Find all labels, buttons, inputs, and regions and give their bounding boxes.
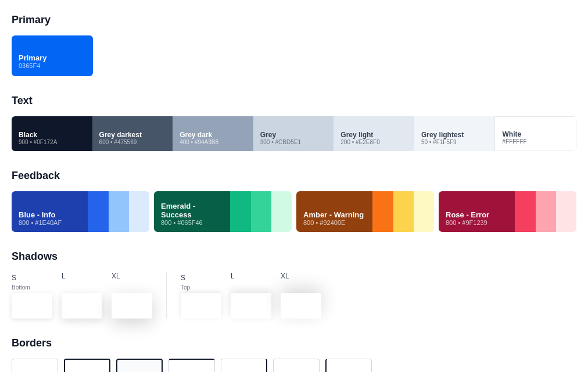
feedback-group-blue: Blue - Info 800 • #1E40AF bbox=[12, 191, 149, 232]
feedback-emerald-shade2[interactable] bbox=[251, 191, 271, 232]
border-item-right: Right bbox=[221, 359, 267, 372]
text-swatch-black[interactable]: Black 900 • #0F172A bbox=[12, 116, 92, 151]
text-swatch-white-sub: #FFFFFF bbox=[502, 138, 569, 145]
feedback-amber-shade3[interactable] bbox=[414, 191, 434, 232]
shadow-bottom-s: S Bottom bbox=[12, 274, 52, 319]
text-swatch-black-name: Black bbox=[19, 131, 85, 139]
shadow-box-xl-top bbox=[281, 293, 321, 319]
shadow-xl-label: XL bbox=[112, 272, 120, 280]
border-box-right[interactable] bbox=[221, 359, 267, 372]
feedback-rose-shade1[interactable] bbox=[515, 191, 535, 232]
feedback-amber-shade1[interactable] bbox=[372, 191, 393, 232]
feedback-emerald-sub: 800 • #065F46 bbox=[161, 219, 223, 226]
feedback-groups-row: Blue - Info 800 • #1E40AF Emerald - Succ… bbox=[12, 191, 576, 232]
feedback-section: Feedback Blue - Info 800 • #1E40AF Emera… bbox=[12, 170, 576, 232]
border-item-top: Top bbox=[168, 359, 215, 372]
shadow-top-xl-label: XL bbox=[281, 272, 289, 280]
text-swatch-white-name: White bbox=[502, 130, 569, 138]
text-swatch-black-sub: 900 • #0F172A bbox=[19, 139, 85, 145]
primary-title: Primary bbox=[12, 14, 576, 26]
shadow-bottom-xl: XL bbox=[112, 272, 152, 319]
border-item-active: Active bbox=[64, 359, 110, 372]
text-swatch-grey-lightest[interactable]: Grey lightest 50 • #F1F5F9 bbox=[414, 116, 495, 151]
shadow-divider bbox=[166, 272, 167, 319]
shadow-s-label: S bbox=[12, 274, 16, 282]
shadows-section: Shadows S Bottom L XL S Top L bbox=[12, 251, 576, 319]
shadow-bottom-label: Bottom bbox=[12, 284, 30, 291]
shadow-top-l-label: L bbox=[231, 272, 235, 280]
text-swatch-white[interactable]: White #FFFFFF bbox=[494, 116, 576, 151]
text-title: Text bbox=[12, 95, 576, 107]
text-swatch-grey-darkest[interactable]: Grey darkest 600 • #475569 bbox=[92, 116, 173, 151]
border-box-filled[interactable] bbox=[116, 359, 163, 372]
border-box-bottom[interactable] bbox=[273, 359, 320, 372]
feedback-group-amber: Amber - Warning 800 • #92400E bbox=[296, 191, 434, 232]
primary-swatch-hex: 0365F4 bbox=[19, 62, 86, 69]
feedback-amber-name: Amber - Warning bbox=[303, 210, 365, 219]
feedback-group-emerald: Emerald - Success 800 • #065F46 bbox=[154, 191, 292, 232]
shadow-top-xl: XL bbox=[281, 272, 321, 319]
text-swatch-grey-sub: 300 • #CBD5E1 bbox=[260, 139, 327, 145]
text-swatch-grey-light[interactable]: Grey light 200 • #E2E8F0 bbox=[334, 116, 414, 151]
border-item-left: Left bbox=[325, 359, 372, 372]
feedback-title: Feedback bbox=[12, 170, 576, 182]
shadow-box-s-bottom bbox=[12, 293, 52, 319]
shadow-box-l-bottom bbox=[62, 293, 102, 319]
feedback-rose-sub: 800 • #9F1239 bbox=[446, 219, 508, 226]
shadow-box-s-top bbox=[181, 293, 221, 319]
text-swatch-grey-dark-name: Grey dark bbox=[180, 131, 246, 139]
text-section: Text Black 900 • #0F172A Grey darkest 60… bbox=[12, 95, 576, 151]
border-item-bottom: Bottom bbox=[273, 359, 320, 372]
shadow-top-l: L bbox=[231, 272, 271, 319]
feedback-amber-shade2[interactable] bbox=[393, 191, 414, 232]
border-box-left[interactable] bbox=[325, 359, 372, 372]
feedback-rose-name: Rose - Error bbox=[446, 210, 508, 219]
feedback-group-rose: Rose - Error 800 • #9F1239 bbox=[439, 191, 576, 232]
text-swatch-grey-dark-sub: 400 • #94A3B8 bbox=[180, 139, 246, 145]
feedback-amber-main[interactable]: Amber - Warning 800 • #92400E bbox=[296, 191, 372, 232]
primary-swatch[interactable]: Primary 0365F4 bbox=[12, 35, 93, 76]
feedback-blue-sub: 800 • #1E40AF bbox=[19, 219, 81, 226]
feedback-amber-sub: 800 • #92400E bbox=[303, 219, 365, 226]
text-swatch-grey-lightest-sub: 50 • #F1F5F9 bbox=[421, 139, 488, 145]
feedback-blue-shade3[interactable] bbox=[129, 191, 149, 232]
text-swatch-grey-light-name: Grey light bbox=[340, 131, 407, 139]
feedback-emerald-name: Emerald - Success bbox=[161, 202, 223, 219]
text-swatch-grey-lightest-name: Grey lightest bbox=[421, 131, 488, 139]
feedback-blue-shade1[interactable] bbox=[88, 191, 108, 232]
border-box-default[interactable] bbox=[12, 359, 58, 372]
primary-swatch-name: Primary bbox=[19, 53, 86, 62]
feedback-blue-name: Blue - Info bbox=[19, 210, 81, 219]
text-swatches-row: Black 900 • #0F172A Grey darkest 600 • #… bbox=[12, 116, 576, 151]
feedback-blue-main[interactable]: Blue - Info 800 • #1E40AF bbox=[12, 191, 88, 232]
shadow-l-label: L bbox=[62, 272, 66, 280]
primary-section: Primary Primary 0365F4 bbox=[12, 14, 576, 76]
text-swatch-grey-dark[interactable]: Grey dark 400 • #94A3B8 bbox=[173, 116, 253, 151]
shadows-row: S Bottom L XL S Top L XL bbox=[12, 272, 576, 319]
borders-title: Borders bbox=[12, 337, 576, 349]
shadows-title: Shadows bbox=[12, 251, 576, 263]
feedback-emerald-shade1[interactable] bbox=[230, 191, 250, 232]
shadow-bottom-l: L bbox=[62, 272, 102, 319]
feedback-rose-shade3[interactable] bbox=[556, 191, 576, 232]
feedback-blue-shade2[interactable] bbox=[109, 191, 129, 232]
border-item-default: Default bbox=[12, 359, 58, 372]
text-swatch-grey-darkest-name: Grey darkest bbox=[99, 131, 166, 139]
borders-section: Borders Default Active Filled Top Right … bbox=[12, 337, 576, 372]
border-box-active[interactable] bbox=[64, 359, 110, 372]
border-box-top[interactable] bbox=[168, 359, 215, 372]
text-swatch-grey[interactable]: Grey 300 • #CBD5E1 bbox=[253, 116, 334, 151]
feedback-emerald-main[interactable]: Emerald - Success 800 • #065F46 bbox=[154, 191, 230, 232]
border-item-filled: Filled bbox=[116, 359, 163, 372]
text-swatch-grey-light-sub: 200 • #E2E8F0 bbox=[340, 139, 407, 145]
feedback-rose-main[interactable]: Rose - Error 800 • #9F1239 bbox=[439, 191, 515, 232]
feedback-rose-shade2[interactable] bbox=[536, 191, 556, 232]
feedback-emerald-shade3[interactable] bbox=[271, 191, 292, 232]
shadow-top-s: S Top bbox=[181, 274, 221, 319]
text-swatch-grey-darkest-sub: 600 • #475569 bbox=[99, 139, 166, 145]
shadow-box-xl-bottom bbox=[112, 293, 152, 319]
shadow-top-s-label: S bbox=[181, 274, 185, 282]
text-swatch-grey-name: Grey bbox=[260, 131, 327, 139]
shadow-top-label: Top bbox=[181, 284, 190, 291]
borders-row: Default Active Filled Top Right Bottom L… bbox=[12, 359, 576, 372]
